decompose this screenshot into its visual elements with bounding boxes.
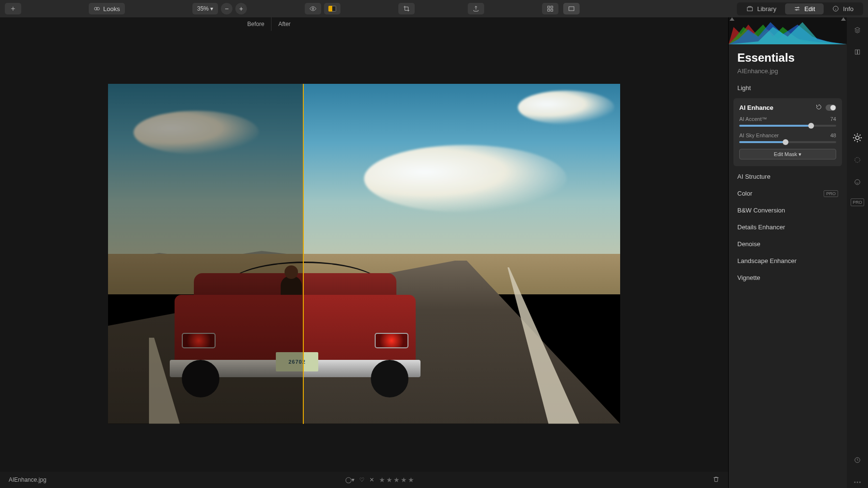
svg-rect-7 [569, 7, 574, 11]
library-icon [746, 5, 753, 12]
section-light[interactable]: Light [729, 79, 847, 96]
export-button[interactable] [468, 3, 484, 14]
section-vignette[interactable]: Vignette [729, 269, 847, 286]
license-plate: 26702 [276, 352, 318, 371]
main-area: Before After [0, 17, 868, 488]
edit-mask-button[interactable]: Edit Mask ▾ [739, 149, 836, 159]
panel-filename: AIEnhance.jpg [729, 66, 847, 79]
section-details[interactable]: Details Enhancer [729, 219, 847, 236]
looks-label: Looks [103, 5, 120, 13]
crop-button[interactable] [398, 3, 415, 14]
compare-labels: Before After [0, 17, 728, 31]
preview-toggle-button[interactable] [305, 3, 321, 14]
svg-point-20 [859, 482, 861, 483]
svg-rect-8 [747, 7, 753, 11]
canvas-mode-group [542, 3, 580, 14]
zoom-in-button[interactable]: + [235, 3, 247, 14]
ai-enhance-title[interactable]: AI Enhance [739, 104, 773, 111]
layers-icon[interactable] [852, 24, 863, 36]
star-2[interactable]: ★ [386, 476, 393, 484]
info-icon [832, 5, 839, 12]
histogram[interactable] [729, 17, 847, 44]
status-bar: AIEnhance.jpg ◯▾ ♡ ✕ ★ ★ ★ ★ ★ [0, 472, 728, 488]
car-illustration: 26702 [175, 259, 416, 403]
ai-sky-row: AI Sky Enhancer 48 [739, 132, 836, 143]
edit-sidebar: Essentials AIEnhance.jpg Light AI Enhanc… [728, 17, 847, 488]
section-bw[interactable]: B&W Conversion [729, 202, 847, 219]
canvas-icon[interactable] [852, 46, 863, 58]
tab-library[interactable]: Library [738, 3, 785, 14]
compare-split-button[interactable] [324, 3, 340, 14]
view-mode-group [305, 3, 340, 14]
ai-accent-row: AI Accent™ 74 [739, 116, 836, 127]
looks-button[interactable]: Looks [89, 3, 125, 14]
ai-accent-value: 74 [830, 116, 836, 122]
section-ai-structure[interactable]: AI Structure [729, 168, 847, 185]
star-4[interactable]: ★ [401, 476, 407, 484]
svg-point-9 [798, 7, 799, 8]
viewport[interactable]: 26702 [0, 31, 728, 472]
star-5[interactable]: ★ [408, 476, 414, 484]
before-label: Before [0, 17, 271, 31]
reset-ai-enhance-button[interactable] [816, 104, 822, 111]
ai-sky-value: 48 [830, 132, 836, 138]
svg-rect-6 [551, 9, 553, 11]
add-button[interactable] [5, 3, 21, 14]
status-filename: AIEnhance.jpg [9, 476, 46, 483]
more-icon[interactable] [852, 476, 863, 488]
section-denoise[interactable]: Denoise [729, 236, 847, 252]
star-1[interactable]: ★ [379, 476, 385, 484]
trash-button[interactable] [713, 476, 719, 484]
star-3[interactable]: ★ [393, 476, 400, 484]
creative-tool-icon[interactable] [852, 154, 863, 166]
photo-canvas: 26702 [108, 84, 620, 424]
ai-sky-slider[interactable] [739, 141, 836, 143]
grid-view-button[interactable] [542, 3, 558, 14]
svg-point-14 [855, 136, 859, 139]
svg-point-10 [796, 9, 797, 10]
svg-point-16 [855, 180, 860, 185]
tab-info[interactable]: Info [824, 3, 862, 14]
svg-point-18 [854, 482, 855, 483]
shadow-clip-indicator[interactable] [730, 17, 734, 21]
ai-enhance-toggle[interactable] [826, 105, 836, 111]
zoom-out-button[interactable]: − [221, 3, 232, 14]
svg-rect-12 [855, 50, 857, 54]
svg-rect-5 [548, 9, 550, 11]
essentials-tool-icon[interactable] [852, 132, 863, 144]
panel-title: Essentials [729, 44, 847, 66]
ai-sky-label: AI Sky Enhancer [739, 132, 779, 138]
mode-tabs: Library Edit Info [737, 2, 863, 15]
sliders-icon [794, 5, 800, 12]
svg-point-2 [312, 8, 314, 10]
rating-stars[interactable]: ★ ★ ★ ★ ★ [379, 476, 414, 484]
pro-badge: PRO [824, 190, 838, 197]
svg-point-19 [857, 482, 858, 483]
svg-rect-3 [548, 6, 550, 8]
svg-rect-4 [551, 6, 553, 8]
section-color[interactable]: Color PRO [729, 185, 847, 202]
top-toolbar: Looks 35% ▾ − + Library [0, 0, 868, 17]
canvas-area: Before After [0, 17, 728, 488]
zoom-level[interactable]: 35% ▾ [192, 3, 218, 14]
tool-rail: PRO [847, 17, 868, 488]
pro-tool-icon[interactable]: PRO [851, 198, 864, 206]
single-view-button[interactable] [563, 3, 580, 14]
svg-rect-13 [858, 50, 860, 54]
history-icon[interactable] [852, 454, 863, 466]
svg-point-15 [855, 158, 860, 163]
section-ai-enhance: AI Enhance AI Accent™ 74 [733, 98, 842, 166]
reject-button[interactable]: ✕ [369, 476, 374, 483]
ai-accent-label: AI Accent™ [739, 116, 767, 122]
after-label: After [271, 17, 297, 31]
zoom-group: 35% ▾ − + [192, 3, 247, 14]
color-label-button[interactable]: ◯▾ [345, 476, 354, 483]
tab-edit[interactable]: Edit [785, 3, 824, 14]
highlight-clip-indicator[interactable] [841, 17, 846, 21]
ai-accent-slider[interactable] [739, 125, 836, 127]
portrait-tool-icon[interactable] [852, 176, 863, 188]
status-tools: ◯▾ ♡ ✕ ★ ★ ★ ★ ★ [46, 476, 713, 484]
section-landscape[interactable]: Landscape Enhancer [729, 252, 847, 269]
favorite-button[interactable]: ♡ [359, 476, 365, 483]
